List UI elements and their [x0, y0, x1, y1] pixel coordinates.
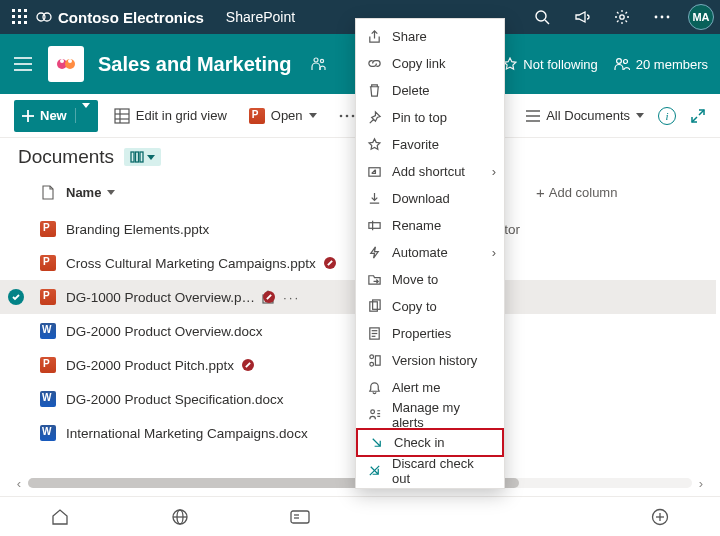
svg-point-36: [351, 114, 354, 117]
follow-button[interactable]: Not following: [503, 57, 597, 72]
checked-out-icon: [263, 291, 275, 303]
menu-rename[interactable]: Rename: [356, 212, 504, 239]
menu-pin-to-top[interactable]: Pin to top: [356, 104, 504, 131]
menu-discard-check-out[interactable]: Discard check out: [356, 457, 504, 484]
menu-delete[interactable]: Delete: [356, 77, 504, 104]
shortcut-icon: [366, 164, 382, 180]
appbar-sites-icon[interactable]: [120, 508, 240, 526]
download-icon: [366, 191, 382, 207]
checked-out-icon: [324, 257, 336, 269]
star-icon: [503, 57, 517, 71]
members-button[interactable]: 20 members: [614, 57, 708, 72]
menu-manage-my-alerts[interactable]: Manage my alerts: [356, 401, 504, 428]
pin-icon: [366, 110, 382, 126]
app-launcher-icon[interactable]: [6, 3, 34, 31]
svg-point-14: [655, 16, 658, 19]
menu-properties[interactable]: Properties: [356, 320, 504, 347]
site-title[interactable]: Sales and Marketing: [98, 53, 291, 76]
menu-favorite[interactable]: Favorite: [356, 131, 504, 158]
svg-rect-61: [291, 511, 309, 523]
menu-label: Share: [392, 29, 427, 44]
menu-copy-to[interactable]: Copy to: [356, 293, 504, 320]
chevron-down-icon: [107, 190, 115, 195]
moveto-icon: [366, 272, 382, 288]
file-name: Cross Cultural Marketing Campaigns.pptx: [66, 256, 316, 271]
file-name: DG-2000 Product Pitch.pptx: [66, 358, 234, 373]
scroll-right-icon[interactable]: ›: [692, 476, 710, 491]
row-overflow-button[interactable]: ···: [283, 290, 300, 305]
user-avatar[interactable]: MA: [688, 4, 714, 30]
file-type-icon: [30, 357, 66, 373]
add-column-button[interactable]: +Add column: [536, 184, 704, 201]
svg-rect-2: [24, 9, 27, 12]
view-selector[interactable]: All Documents: [526, 108, 644, 123]
menu-automate[interactable]: Automate: [356, 239, 504, 266]
settings-icon[interactable]: [604, 3, 640, 31]
file-name: DG-2000 Product Overview.docx: [66, 324, 263, 339]
teams-icon[interactable]: [309, 55, 327, 73]
svg-point-55: [369, 362, 373, 366]
svg-point-16: [667, 16, 670, 19]
menu-check-in[interactable]: Check in: [356, 428, 504, 457]
file-type-icon: [30, 323, 66, 339]
menu-copy-link[interactable]: Copy link: [356, 50, 504, 77]
view-chip[interactable]: [124, 148, 161, 166]
open-label: Open: [271, 108, 303, 123]
share-icon: [366, 29, 382, 45]
menu-add-shortcut[interactable]: Add shortcut: [356, 158, 504, 185]
selected-check-icon: [8, 289, 24, 305]
expand-icon[interactable]: [690, 108, 706, 124]
suite-app-name[interactable]: SharePoint: [226, 9, 295, 25]
menu-label: Pin to top: [392, 110, 447, 125]
nav-toggle-icon[interactable]: [12, 57, 34, 71]
svg-point-56: [370, 410, 374, 414]
chevron-down-icon: [636, 113, 644, 118]
menu-download[interactable]: Download: [356, 185, 504, 212]
props-icon: [366, 326, 382, 342]
tenant-name: Contoso Electronics: [58, 9, 204, 26]
discard-icon: [366, 463, 382, 479]
menu-label: Favorite: [392, 137, 439, 152]
edit-in-grid-button[interactable]: Edit in grid view: [108, 100, 233, 132]
menu-move-to[interactable]: Move to: [356, 266, 504, 293]
trash-icon: [366, 83, 382, 99]
menu-label: Add shortcut: [392, 164, 465, 179]
svg-point-27: [623, 60, 627, 64]
site-logo[interactable]: [48, 46, 84, 82]
svg-point-10: [43, 13, 51, 21]
svg-point-26: [616, 59, 621, 64]
svg-point-34: [339, 114, 342, 117]
search-icon[interactable]: [524, 3, 560, 31]
people-icon: [614, 57, 630, 71]
open-button[interactable]: Open: [243, 100, 323, 132]
details-pane-toggle[interactable]: i: [658, 107, 676, 125]
scroll-left-icon[interactable]: ‹: [10, 476, 28, 491]
svg-rect-0: [12, 9, 15, 12]
svg-rect-30: [115, 109, 129, 123]
tenant-brand[interactable]: Contoso Electronics: [36, 9, 204, 26]
appbar-add-icon[interactable]: [600, 508, 720, 526]
powerpoint-icon: [249, 108, 265, 124]
menu-alert-me[interactable]: Alert me: [356, 374, 504, 401]
svg-rect-4: [18, 15, 21, 18]
checked-out-icon: [242, 359, 254, 371]
more-icon[interactable]: [644, 3, 680, 31]
column-header-type[interactable]: [30, 185, 66, 200]
menu-label: Check in: [394, 435, 445, 450]
new-button[interactable]: New: [14, 100, 98, 132]
automate-icon: [366, 245, 382, 261]
file-name: DG-2000 Product Specification.docx: [66, 392, 284, 407]
appbar-news-icon[interactable]: [240, 510, 360, 524]
megaphone-icon[interactable]: [564, 3, 600, 31]
svg-point-25: [321, 59, 324, 62]
menu-version-history[interactable]: Version history: [356, 347, 504, 374]
svg-rect-40: [131, 152, 134, 162]
history-icon: [366, 353, 382, 369]
new-button-label: New: [40, 108, 67, 123]
appbar-home-icon[interactable]: [0, 508, 120, 526]
menu-share[interactable]: Share: [356, 23, 504, 50]
document-icon: [42, 185, 54, 200]
file-name: International Marketing Campaigns.docx: [66, 426, 308, 441]
file-name: Branding Elements.pptx: [66, 222, 209, 237]
svg-rect-41: [136, 152, 139, 162]
